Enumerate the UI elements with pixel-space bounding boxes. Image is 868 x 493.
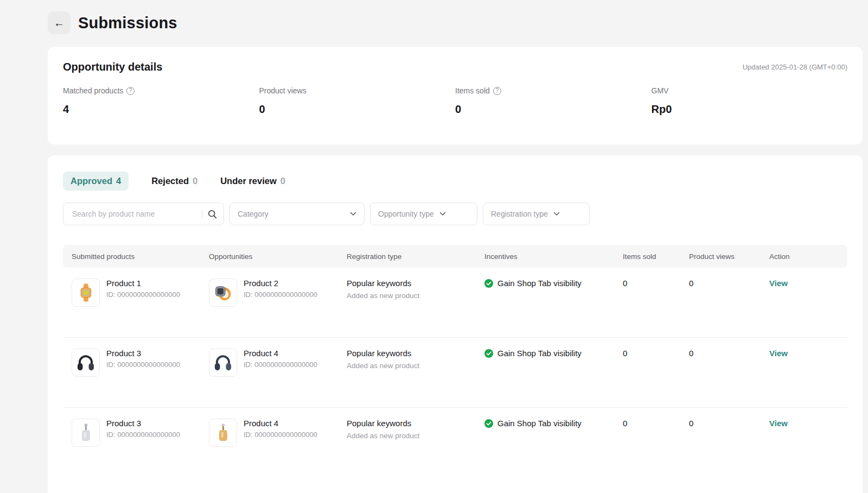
- help-icon[interactable]: ?: [493, 87, 501, 95]
- incentive: Gain Shop Tab visibility: [484, 349, 614, 358]
- registration-subtext: Added as new product: [347, 362, 476, 370]
- orange-smart-watch-image: [209, 279, 237, 307]
- product-id: ID: 0000000000000000: [244, 361, 317, 369]
- incentive: Gain Shop Tab visibility: [484, 279, 614, 288]
- status-tabs: Approved 4 Rejected 0 Under review 0: [63, 172, 847, 191]
- column-header: Opportunities: [200, 252, 338, 261]
- page-title: Submissions: [78, 14, 177, 32]
- check-circle-icon: [484, 349, 493, 358]
- table-row: Product 3 ID: 0000000000000000: [63, 338, 847, 408]
- metric-value: 0: [455, 103, 652, 116]
- filters-row: Category Opportunity type Registration t…: [63, 203, 847, 225]
- category-dropdown[interactable]: Category: [229, 203, 365, 225]
- tab-under-review[interactable]: Under review 0: [220, 176, 285, 186]
- tab-approved[interactable]: Approved 4: [63, 172, 129, 191]
- product-name: Product 4: [244, 419, 317, 428]
- items-sold-value: 0: [623, 349, 627, 358]
- column-header: Submitted products: [63, 252, 200, 261]
- product-name: Product 1: [106, 279, 180, 288]
- view-link[interactable]: View: [769, 349, 788, 358]
- help-icon[interactable]: ?: [126, 87, 135, 95]
- search-icon[interactable]: [208, 210, 217, 219]
- amber-dropper-bottle-image: Product 4 ID: 0000000000000000: [209, 419, 338, 447]
- registration-type: Popular keywords: [347, 349, 476, 358]
- table-row: Product 1 ID: 0000000000000000: [63, 268, 847, 338]
- items-sold-value: 0: [623, 419, 627, 428]
- submissions-table: Submitted products Opportunities Registr…: [63, 245, 847, 477]
- metric-items-sold: Items sold ? 0: [455, 86, 652, 116]
- product-views-value: 0: [689, 349, 693, 358]
- search-input[interactable]: [71, 209, 199, 219]
- metric-value: 4: [63, 103, 259, 116]
- orange-digital-watch-image: [72, 279, 100, 307]
- product-name: Product 3: [106, 349, 180, 358]
- arrow-left-icon: ←: [54, 17, 65, 29]
- opportunity-details-card: Opportunity details Updated 2025-01-28 (…: [48, 47, 863, 144]
- product-id: ID: 0000000000000000: [106, 361, 180, 369]
- table-row: Product 3 ID: 0000000000000000: [63, 408, 847, 477]
- items-sold-value: 0: [623, 279, 627, 288]
- submitted-product: Product 1 ID: 0000000000000000: [72, 279, 200, 307]
- product-name: Product 4: [244, 349, 317, 358]
- product-name: Product 2: [244, 279, 317, 288]
- check-circle-icon: [484, 419, 493, 428]
- chevron-down-icon: [553, 212, 560, 216]
- opportunity-details-title: Opportunity details: [63, 61, 162, 73]
- top-bar: ← Submissions: [0, 0, 868, 34]
- metric-product-views: Product views 0: [259, 86, 456, 116]
- registration-subtext: Added as new product: [347, 432, 476, 440]
- metric-matched-products: Matched products ? 4: [63, 86, 259, 116]
- product-id: ID: 0000000000000000: [106, 431, 180, 439]
- registration-subtext: Added as new product: [347, 292, 476, 300]
- incentive: Gain Shop Tab visibility: [484, 419, 614, 428]
- metric-value: 0: [259, 103, 456, 116]
- product-views-value: 0: [689, 419, 693, 428]
- product-views-value: 0: [689, 279, 693, 288]
- chevron-down-icon: [350, 212, 356, 216]
- product-id: ID: 0000000000000000: [244, 431, 317, 439]
- amber-dropper-bottle-image: [209, 419, 237, 447]
- submitted-product: Product 3 ID: 0000000000000000: [72, 419, 200, 447]
- registration-type: Popular keywords: [347, 279, 476, 288]
- opportunity-product: Product 4 ID: 0000000000000000: [209, 349, 338, 377]
- check-circle-icon: [484, 279, 493, 288]
- search-divider: [202, 210, 202, 218]
- submitted-product: Product 3 ID: 0000000000000000: [72, 349, 200, 377]
- submissions-card: Approved 4 Rejected 0 Under review 0: [48, 155, 863, 493]
- chevron-down-icon: [439, 212, 446, 216]
- view-link[interactable]: View: [769, 419, 788, 428]
- navy-headphones-image: [209, 349, 237, 377]
- metric-gmv: GMV Rp0: [652, 86, 848, 116]
- black-headphones-image: [72, 349, 100, 377]
- opportunity-product: Product 2 ID: 0000000000000000: [209, 279, 338, 307]
- view-link[interactable]: View: [769, 279, 788, 288]
- registration-type: Popular keywords: [347, 419, 476, 428]
- registration-type-dropdown[interactable]: Registration type: [483, 203, 590, 225]
- column-header: Incentives: [476, 252, 614, 261]
- column-header: Registration type: [338, 252, 476, 261]
- product-id: ID: 0000000000000000: [106, 290, 180, 299]
- column-header: Product views: [680, 252, 761, 261]
- column-header: Action: [761, 252, 847, 261]
- product-name: Product 3: [106, 419, 180, 428]
- updated-timestamp: Updated 2025-01-28 (GMT+0:00): [743, 63, 847, 71]
- opportunity-type-dropdown[interactable]: Opportunity type: [370, 203, 477, 225]
- search-box: [63, 203, 224, 225]
- tab-rejected[interactable]: Rejected 0: [151, 176, 197, 186]
- submissions-page: ← Submissions Opportunity details Update…: [0, 0, 868, 493]
- metrics-row: Matched products ? 4 Product views 0 Ite…: [63, 86, 847, 116]
- product-id: ID: 0000000000000000: [244, 290, 317, 299]
- table-header: Submitted products Opportunities Registr…: [63, 245, 847, 268]
- metric-value: Rp0: [652, 103, 848, 116]
- back-button[interactable]: ←: [48, 11, 71, 34]
- silver-dropper-bottle-image: [72, 419, 100, 447]
- column-header: Items sold: [614, 252, 680, 261]
